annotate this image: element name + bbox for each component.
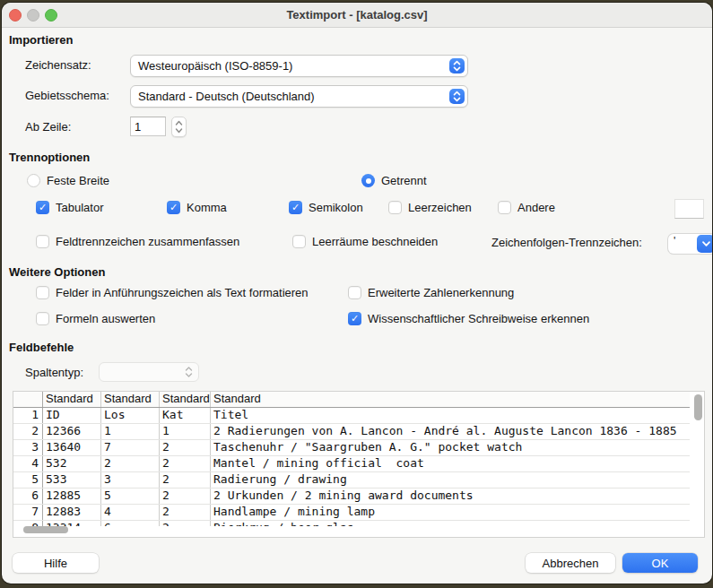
updown-chevrons-icon	[185, 366, 198, 378]
from-row-label: Ab Zeile:	[25, 120, 71, 134]
table-row: 212366112 Radierungen von A. Lancon - An…	[13, 424, 690, 440]
preview-table-viewport: Standard Standard Standard Standard 1IDL…	[13, 392, 690, 526]
quoted-as-text-label: Felder in Anführungszeichen als Text for…	[56, 286, 309, 299]
fixed-width-label: Feste Breite	[47, 174, 109, 187]
row-number-cell: 5	[13, 472, 43, 488]
merge-delimiters-checkbox[interactable]: Feldtrennzeichen zusammenfassen	[36, 235, 239, 248]
column-header[interactable]: Standard	[160, 392, 211, 407]
table-cell: 5	[101, 489, 160, 504]
table-cell: 2	[101, 456, 160, 471]
table-cell: 4	[101, 505, 160, 520]
checkbox-icon	[167, 201, 180, 214]
from-row-input[interactable]	[130, 117, 166, 136]
semicolon-label: Semikolon	[309, 201, 363, 214]
ok-button[interactable]: OK	[622, 553, 698, 573]
table-cell: Los	[101, 408, 160, 423]
string-delimiter-label: Zeichenfolgen-Trennzeichen:	[491, 236, 642, 249]
help-button[interactable]: Hilfe	[13, 553, 99, 573]
trim-spaces-checkbox[interactable]: Leerräume beschneiden	[292, 235, 438, 248]
table-cell: Mantel / mining official coat	[211, 456, 690, 471]
checkbox-icon	[289, 201, 302, 214]
table-cell: 12366	[43, 424, 101, 439]
table-cell: 2 Radierungen von A. Lancon - André al. …	[211, 424, 690, 439]
table-cell: Kat	[160, 408, 211, 423]
column-header[interactable]: Standard	[101, 392, 160, 407]
table-cell: 2	[160, 505, 211, 520]
updown-chevrons-icon	[449, 58, 465, 74]
table-cell: Bierkrug / beer glas	[211, 521, 690, 526]
other-checkbox[interactable]: Andere	[498, 201, 555, 214]
checkbox-icon	[36, 201, 49, 214]
window-title: Textimport - [katalog.csv]	[2, 8, 712, 22]
semicolon-checkbox[interactable]: Semikolon	[289, 201, 363, 214]
quoted-as-text-checkbox[interactable]: Felder in Anführungszeichen als Text for…	[36, 286, 309, 299]
evaluate-formulas-label: Formeln auswerten	[56, 312, 155, 325]
checkbox-icon	[36, 286, 49, 299]
table-cell: 2	[160, 472, 211, 488]
tab-checkbox[interactable]: Tabulator	[36, 201, 103, 214]
column-header[interactable]: Standard	[43, 392, 101, 407]
textimport-dialog: Textimport - [katalog.csv] Importieren Z…	[2, 3, 712, 584]
table-cell: 7	[101, 440, 160, 455]
checkbox-icon	[388, 201, 402, 214]
table-row: 1IDLosKatTitel	[13, 408, 690, 424]
row-number-cell: 4	[13, 456, 43, 471]
locale-select[interactable]: Standard - Deutsch (Deutschland)	[130, 85, 468, 108]
section-trennoptionen-title: Trennoptionen	[9, 151, 90, 164]
detect-scientific-label: Wissenschaftlicher Schreibweise erkennen	[368, 312, 589, 325]
titlebar: Textimport - [katalog.csv]	[2, 3, 712, 28]
table-row: 31364072Taschenuhr / "Saargruben A. G." …	[13, 440, 690, 456]
row-number-cell: 1	[13, 408, 43, 423]
table-cell: 2	[160, 521, 211, 526]
detect-numbers-checkbox[interactable]: Erweiterte Zahlenerkennung	[348, 286, 514, 299]
table-cell: 2	[160, 440, 211, 455]
table-cell: 1	[160, 424, 211, 439]
comma-label: Komma	[187, 201, 227, 214]
table-cell: Handlampe / mining lamp	[211, 505, 690, 520]
table-row: 81331462Bierkrug / beer glas	[13, 521, 690, 526]
table-cell: 2	[160, 456, 211, 471]
table-row: 453222Mantel / mining official coat	[13, 456, 690, 472]
checkbox-icon	[292, 235, 306, 248]
tab-label: Tabulator	[56, 201, 103, 214]
row-number-cell: 6	[13, 489, 43, 504]
table-cell: 6	[101, 521, 160, 526]
checkbox-icon	[348, 286, 361, 299]
detect-scientific-checkbox[interactable]: Wissenschaftlicher Schreibweise erkennen	[348, 312, 589, 325]
fixed-width-radio[interactable]: Feste Breite	[27, 174, 109, 187]
section-weitere-optionen-title: Weitere Optionen	[9, 265, 105, 279]
row-number-cell: 7	[13, 505, 43, 520]
vertical-scrollbar-thumb[interactable]	[694, 394, 702, 420]
cancel-button[interactable]: Abbrechen	[526, 553, 615, 573]
checkbox-icon	[36, 235, 49, 248]
evaluate-formulas-checkbox[interactable]: Formeln auswerten	[36, 312, 155, 325]
table-cell: 533	[43, 472, 101, 488]
space-checkbox[interactable]: Leerzeichen	[388, 201, 472, 214]
chevron-down-icon	[697, 235, 712, 253]
checkbox-icon	[348, 312, 361, 325]
table-cell: 3	[101, 472, 160, 488]
horizontal-scrollbar-thumb[interactable]	[23, 526, 68, 533]
string-delimiter-combo[interactable]: '	[668, 234, 712, 254]
column-type-select	[99, 362, 199, 382]
comma-checkbox[interactable]: Komma	[167, 201, 227, 214]
column-header[interactable]: Standard	[211, 392, 690, 407]
table-row: 612885522 Urkunden / 2 mining award docu…	[13, 489, 690, 505]
table-cell: 2 Urkunden / 2 mining award documents	[211, 489, 690, 504]
table-cell: Radierung / drawing	[211, 472, 690, 488]
corner-header-cell	[13, 392, 43, 407]
merge-delimiters-label: Feldtrennzeichen zusammenfassen	[56, 235, 239, 248]
table-row: 71288342Handlampe / mining lamp	[13, 505, 690, 521]
other-delimiter-input[interactable]	[674, 199, 704, 219]
table-cell: Taschenuhr / "Saargruben A. G." pocket w…	[211, 440, 690, 455]
separated-radio[interactable]: Getrennt	[361, 174, 427, 187]
table-cell: 532	[43, 456, 101, 471]
preview-table-body: 1IDLosKatTitel212366112 Radierungen von …	[13, 408, 690, 526]
from-row-stepper[interactable]	[171, 117, 187, 137]
preview-table-header: Standard Standard Standard Standard	[13, 392, 690, 408]
other-label: Andere	[517, 201, 555, 214]
charset-select[interactable]: Westeuropäisch (ISO-8859-1)	[130, 55, 468, 77]
space-label: Leerzeichen	[408, 201, 472, 214]
string-delimiter-value: '	[668, 234, 696, 254]
checkbox-icon	[498, 201, 511, 214]
